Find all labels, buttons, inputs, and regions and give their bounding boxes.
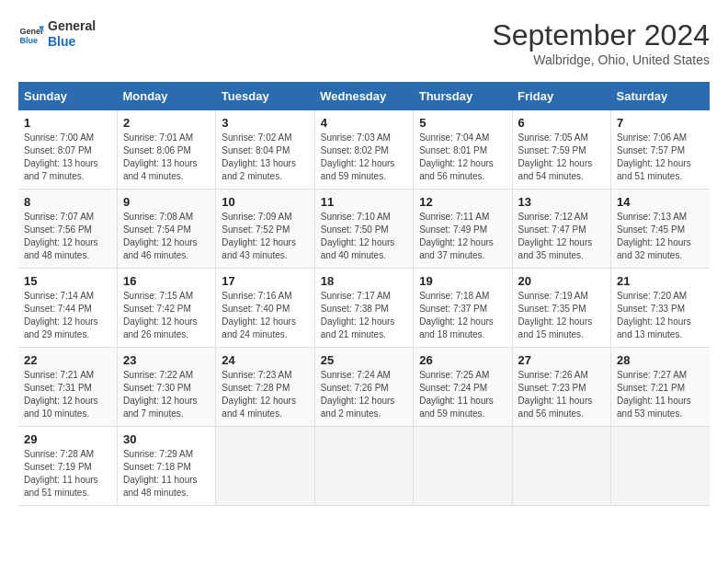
day-cell: 30 Sunrise: 7:29 AMSunset: 7:18 PMDaylig…	[117, 427, 215, 506]
day-cell	[216, 427, 314, 506]
day-cell: 7 Sunrise: 7:06 AMSunset: 7:57 PMDayligh…	[611, 110, 710, 190]
day-info: Sunrise: 7:29 AMSunset: 7:18 PMDaylight:…	[123, 448, 210, 500]
col-header-tuesday: Tuesday	[216, 82, 314, 110]
day-cell: 13 Sunrise: 7:12 AMSunset: 7:47 PMDaylig…	[512, 190, 610, 269]
day-number: 14	[617, 195, 704, 209]
day-cell: 28 Sunrise: 7:27 AMSunset: 7:21 PMDaylig…	[611, 348, 710, 427]
day-number: 16	[123, 274, 210, 288]
day-number: 28	[617, 353, 704, 367]
day-info: Sunrise: 7:09 AMSunset: 7:52 PMDaylight:…	[222, 211, 308, 262]
day-number: 8	[24, 195, 111, 209]
day-number: 24	[222, 353, 308, 367]
day-cell: 26 Sunrise: 7:25 AMSunset: 7:24 PMDaylig…	[414, 348, 512, 427]
svg-text:Blue: Blue	[19, 36, 38, 45]
day-info: Sunrise: 7:14 AMSunset: 7:44 PMDaylight:…	[24, 290, 111, 341]
day-cell: 12 Sunrise: 7:11 AMSunset: 7:49 PMDaylig…	[414, 190, 512, 269]
col-header-thursday: Thursday	[414, 82, 512, 110]
day-info: Sunrise: 7:06 AMSunset: 7:57 PMDaylight:…	[617, 132, 704, 183]
day-cell: 20 Sunrise: 7:19 AMSunset: 7:35 PMDaylig…	[512, 269, 610, 348]
col-header-friday: Friday	[512, 82, 610, 110]
day-cell: 10 Sunrise: 7:09 AMSunset: 7:52 PMDaylig…	[216, 190, 314, 269]
header-row: SundayMondayTuesdayWednesdayThursdayFrid…	[18, 82, 710, 110]
col-header-saturday: Saturday	[611, 82, 710, 110]
day-info: Sunrise: 7:20 AMSunset: 7:33 PMDaylight:…	[617, 290, 704, 341]
day-info: Sunrise: 7:21 AMSunset: 7:31 PMDaylight:…	[24, 369, 111, 420]
day-info: Sunrise: 7:25 AMSunset: 7:24 PMDaylight:…	[419, 369, 506, 420]
day-info: Sunrise: 7:23 AMSunset: 7:28 PMDaylight:…	[222, 369, 308, 420]
day-cell: 23 Sunrise: 7:22 AMSunset: 7:30 PMDaylig…	[117, 348, 215, 427]
day-number: 11	[321, 195, 407, 209]
day-info: Sunrise: 7:07 AMSunset: 7:56 PMDaylight:…	[24, 211, 111, 262]
day-number: 6	[518, 116, 605, 130]
day-info: Sunrise: 7:12 AMSunset: 7:47 PMDaylight:…	[518, 211, 605, 262]
day-cell: 5 Sunrise: 7:04 AMSunset: 8:01 PMDayligh…	[414, 110, 512, 190]
logo-blue: Blue	[48, 34, 96, 50]
logo: General Blue General Blue	[18, 18, 96, 50]
col-header-wednesday: Wednesday	[314, 82, 413, 110]
day-cell: 3 Sunrise: 7:02 AMSunset: 8:04 PMDayligh…	[216, 110, 314, 190]
day-cell	[512, 427, 610, 506]
day-info: Sunrise: 7:02 AMSunset: 8:04 PMDaylight:…	[222, 132, 308, 183]
calendar-subtitle: Walbridge, Ohio, United States	[492, 52, 710, 67]
day-info: Sunrise: 7:22 AMSunset: 7:30 PMDaylight:…	[123, 369, 210, 420]
day-info: Sunrise: 7:05 AMSunset: 7:59 PMDaylight:…	[518, 132, 605, 183]
day-cell: 21 Sunrise: 7:20 AMSunset: 7:33 PMDaylig…	[611, 269, 710, 348]
day-number: 26	[419, 353, 506, 367]
day-cell: 15 Sunrise: 7:14 AMSunset: 7:44 PMDaylig…	[18, 269, 117, 348]
day-cell: 14 Sunrise: 7:13 AMSunset: 7:45 PMDaylig…	[611, 190, 710, 269]
day-number: 3	[222, 116, 308, 130]
day-number: 21	[617, 274, 704, 288]
day-number: 13	[518, 195, 605, 209]
week-row-1: 1 Sunrise: 7:00 AMSunset: 8:07 PMDayligh…	[18, 110, 710, 190]
day-info: Sunrise: 7:27 AMSunset: 7:21 PMDaylight:…	[617, 369, 704, 420]
day-number: 12	[419, 195, 506, 209]
day-number: 1	[24, 116, 111, 130]
day-number: 2	[123, 116, 210, 130]
day-info: Sunrise: 7:08 AMSunset: 7:54 PMDaylight:…	[123, 211, 210, 262]
header: General Blue General Blue September 2024…	[18, 18, 710, 67]
day-cell: 25 Sunrise: 7:24 AMSunset: 7:26 PMDaylig…	[314, 348, 413, 427]
day-info: Sunrise: 7:24 AMSunset: 7:26 PMDaylight:…	[321, 369, 407, 420]
week-row-5: 29 Sunrise: 7:28 AMSunset: 7:19 PMDaylig…	[18, 427, 710, 506]
week-row-3: 15 Sunrise: 7:14 AMSunset: 7:44 PMDaylig…	[18, 269, 710, 348]
day-cell: 17 Sunrise: 7:16 AMSunset: 7:40 PMDaylig…	[216, 269, 314, 348]
day-cell: 11 Sunrise: 7:10 AMSunset: 7:50 PMDaylig…	[314, 190, 413, 269]
day-info: Sunrise: 7:18 AMSunset: 7:37 PMDaylight:…	[419, 290, 506, 341]
col-header-monday: Monday	[117, 82, 215, 110]
day-info: Sunrise: 7:28 AMSunset: 7:19 PMDaylight:…	[24, 448, 111, 500]
day-number: 17	[222, 274, 308, 288]
day-info: Sunrise: 7:17 AMSunset: 7:38 PMDaylight:…	[321, 290, 407, 341]
calendar-table: SundayMondayTuesdayWednesdayThursdayFrid…	[18, 82, 710, 506]
day-number: 30	[123, 432, 210, 446]
day-cell: 22 Sunrise: 7:21 AMSunset: 7:31 PMDaylig…	[18, 348, 117, 427]
day-number: 9	[123, 195, 210, 209]
day-info: Sunrise: 7:26 AMSunset: 7:23 PMDaylight:…	[518, 369, 605, 420]
day-number: 15	[24, 274, 111, 288]
day-number: 22	[24, 353, 111, 367]
title-section: September 2024 Walbridge, Ohio, United S…	[492, 18, 710, 67]
day-number: 10	[222, 195, 308, 209]
week-row-4: 22 Sunrise: 7:21 AMSunset: 7:31 PMDaylig…	[18, 348, 710, 427]
day-cell: 8 Sunrise: 7:07 AMSunset: 7:56 PMDayligh…	[18, 190, 117, 269]
calendar-title: September 2024	[492, 18, 710, 52]
day-info: Sunrise: 7:15 AMSunset: 7:42 PMDaylight:…	[123, 290, 210, 341]
day-number: 19	[419, 274, 506, 288]
day-number: 27	[518, 353, 605, 367]
col-header-sunday: Sunday	[18, 82, 117, 110]
day-cell: 2 Sunrise: 7:01 AMSunset: 8:06 PMDayligh…	[117, 110, 215, 190]
day-cell: 9 Sunrise: 7:08 AMSunset: 7:54 PMDayligh…	[117, 190, 215, 269]
day-info: Sunrise: 7:10 AMSunset: 7:50 PMDaylight:…	[321, 211, 407, 262]
day-cell: 4 Sunrise: 7:03 AMSunset: 8:02 PMDayligh…	[314, 110, 413, 190]
day-info: Sunrise: 7:13 AMSunset: 7:45 PMDaylight:…	[617, 211, 704, 262]
day-info: Sunrise: 7:19 AMSunset: 7:35 PMDaylight:…	[518, 290, 605, 341]
day-cell: 16 Sunrise: 7:15 AMSunset: 7:42 PMDaylig…	[117, 269, 215, 348]
day-cell	[611, 427, 710, 506]
day-number: 4	[321, 116, 407, 130]
day-cell: 19 Sunrise: 7:18 AMSunset: 7:37 PMDaylig…	[414, 269, 512, 348]
day-cell: 1 Sunrise: 7:00 AMSunset: 8:07 PMDayligh…	[18, 110, 117, 190]
day-cell: 27 Sunrise: 7:26 AMSunset: 7:23 PMDaylig…	[512, 348, 610, 427]
logo-general: General	[48, 18, 96, 34]
day-number: 23	[123, 353, 210, 367]
day-number: 5	[419, 116, 506, 130]
logo-icon: General Blue	[18, 21, 44, 47]
